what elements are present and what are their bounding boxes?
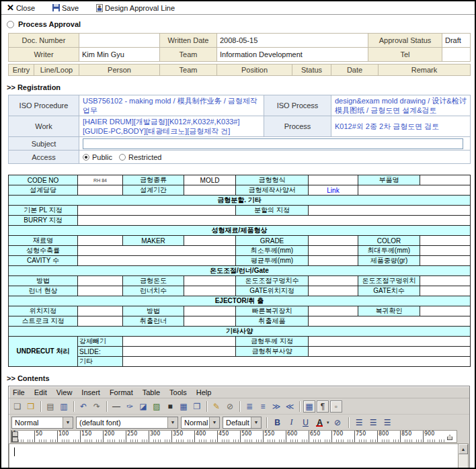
work-value[interactable]: [HAIER DRUM][개발금형][K012#,K032#,K033#][GU…	[79, 116, 264, 137]
approval-col-remark: Remark	[379, 65, 471, 76]
align-right-icon[interactable]: ☰	[382, 417, 393, 428]
document-info-table: Doc. Number Written Date 2008-05-15 Appr…	[8, 33, 471, 62]
mold-form-label: 금형형식	[236, 175, 309, 185]
eraser-icon[interactable]: ◪	[137, 400, 149, 413]
font-family-dropdown[interactable]: (default font) ▼	[76, 417, 178, 429]
vertical-scrollbar[interactable]: ▲	[458, 443, 469, 469]
print-icon[interactable]: ▤	[44, 400, 56, 413]
indent-marker[interactable]	[12, 431, 17, 442]
menu-edit[interactable]: Edit	[34, 388, 52, 397]
highlighter-icon[interactable]: ✎	[210, 400, 223, 413]
written-date-value: 2008-05-15	[217, 34, 368, 48]
process-approval-row: Process Approval	[7, 19, 475, 29]
menu-file[interactable]: File	[13, 388, 30, 397]
font-color-button[interactable]: A	[314, 417, 325, 428]
registration-table: ISO Procedure USB756102 - making mold / …	[8, 95, 471, 164]
right-margin-marker[interactable]	[447, 435, 452, 440]
toolbar-separator	[73, 401, 74, 412]
chevron-down-icon[interactable]: ▼	[63, 417, 73, 428]
image-icon[interactable]: ▨	[151, 400, 163, 413]
scrollbar-track[interactable]	[459, 454, 468, 469]
chevron-down-icon[interactable]: ▼	[167, 417, 177, 428]
format-eraser-icon[interactable]: ⊘	[224, 400, 236, 413]
editor-content-area[interactable]	[9, 443, 458, 469]
toolbar-separator	[266, 417, 267, 428]
menu-view[interactable]: View	[56, 388, 78, 397]
indent-icon[interactable]: ≫	[270, 400, 282, 413]
document-window: ✕ Close Save Design Approval Line Proces…	[0, 0, 476, 469]
shrinkage-value	[78, 246, 236, 256]
ruler-tick-label: 300	[150, 431, 160, 437]
doc-number-label: Doc. Number	[9, 34, 79, 48]
min-thickness-value	[309, 246, 358, 256]
menu-tools[interactable]: Tools	[169, 388, 192, 397]
material-label: 재료명	[9, 236, 78, 246]
process-value[interactable]: K012#외 2종 2차 금형도면 검토	[331, 116, 471, 137]
access-restricted-option[interactable]: Restricted	[119, 153, 162, 162]
ruler-tick-label: 250	[127, 431, 137, 437]
material-value	[78, 236, 123, 246]
underline-button[interactable]: U	[300, 417, 311, 428]
shrinkage-label: 성형수축률	[9, 246, 78, 256]
temp-hole-size-value	[309, 276, 358, 286]
menu-table[interactable]: Table	[143, 388, 165, 397]
basic-pl-label: 기본 PL 지정	[9, 206, 78, 216]
bullet-list-icon[interactable]: ≡	[257, 400, 269, 413]
editor-menubar: File Edit View Insert Format Table Tools…	[9, 386, 469, 398]
approval-col-team: Team	[160, 65, 217, 76]
iso-process-value[interactable]: design&exam mold drawing / 设计&检讨 模具图纸 / …	[331, 95, 471, 116]
briefcase-icon[interactable]: ■	[164, 400, 176, 413]
temp-method-value	[78, 276, 123, 286]
pin-icon[interactable]: ✑	[124, 400, 136, 413]
numbered-list-icon[interactable]: ≣	[243, 400, 255, 413]
chevron-down-icon[interactable]: ▼	[209, 417, 219, 428]
cavity-label: CAVITY 수	[9, 256, 78, 266]
etc-label: 기타	[78, 357, 123, 367]
bold-button[interactable]: B	[272, 417, 283, 428]
table-icon[interactable]: ▦	[177, 400, 190, 413]
pilcrow-icon[interactable]: ¶	[317, 400, 329, 413]
zoom-dropdown[interactable]: Default ▼	[223, 417, 262, 429]
written-date-label: Written Date	[160, 34, 217, 48]
undo-icon[interactable]: ↶	[77, 400, 89, 413]
ruler-tick-label: 450	[219, 431, 229, 437]
chevron-down-icon[interactable]: ▾	[327, 420, 329, 425]
approval-col-person: Person	[79, 65, 160, 76]
horizontal-rule-icon[interactable]: ―	[110, 400, 122, 413]
font-size-dropdown[interactable]: Normal ▼	[181, 417, 220, 429]
subject-input[interactable]	[83, 138, 463, 149]
toolbar-separator	[106, 401, 107, 412]
undercut-label: UNDRECUT 처리	[9, 337, 78, 367]
process-approval-label: Process Approval	[18, 20, 81, 28]
align-left-icon[interactable]: ☰	[354, 417, 365, 428]
paragraph-style-dropdown[interactable]: Normal ▼	[11, 417, 73, 429]
layers-icon[interactable]: ❐	[191, 400, 203, 413]
mold-spec-doc-link[interactable]: Link	[310, 187, 356, 194]
close-button[interactable]: ✕ Close	[7, 3, 35, 13]
format-painter-eraser-icon[interactable]: ⊘	[332, 417, 344, 428]
menu-format[interactable]: Format	[110, 388, 138, 397]
scroll-up-icon[interactable]: ▲	[459, 444, 468, 454]
open-folder-icon[interactable]: ❒	[25, 400, 37, 413]
menu-help[interactable]: Help	[196, 388, 217, 397]
italic-button[interactable]: I	[286, 417, 297, 428]
menu-insert[interactable]: Insert	[81, 388, 106, 397]
outdent-icon[interactable]: ≪	[284, 400, 296, 413]
restricted-radio[interactable]	[119, 154, 126, 161]
save-button[interactable]: Save	[52, 4, 79, 12]
design-approval-line-button[interactable]: Design Approval Line	[96, 4, 175, 12]
mold-form-value	[309, 175, 358, 185]
align-center-icon[interactable]: ☰	[368, 417, 379, 428]
new-document-icon[interactable]: ❏	[11, 400, 24, 413]
preview-icon[interactable]: ▥	[58, 400, 70, 413]
public-radio[interactable]	[83, 154, 89, 161]
chevron-down-icon[interactable]: ▼	[251, 417, 261, 428]
iso-procedure-value[interactable]: USB756102 - making mold / 模具制作业务 / 금형제작업…	[79, 95, 264, 116]
selection-box-icon[interactable]: ▫	[330, 400, 342, 413]
table-borders-icon[interactable]: ▦	[303, 400, 315, 413]
access-public-option[interactable]: Public	[83, 153, 112, 162]
section-mold-split: 금형분할. 기타	[9, 196, 471, 206]
ruler-tick-label: 150	[81, 431, 91, 437]
redo-icon[interactable]: ↷	[91, 400, 103, 413]
process-approval-radio[interactable]	[7, 21, 14, 28]
